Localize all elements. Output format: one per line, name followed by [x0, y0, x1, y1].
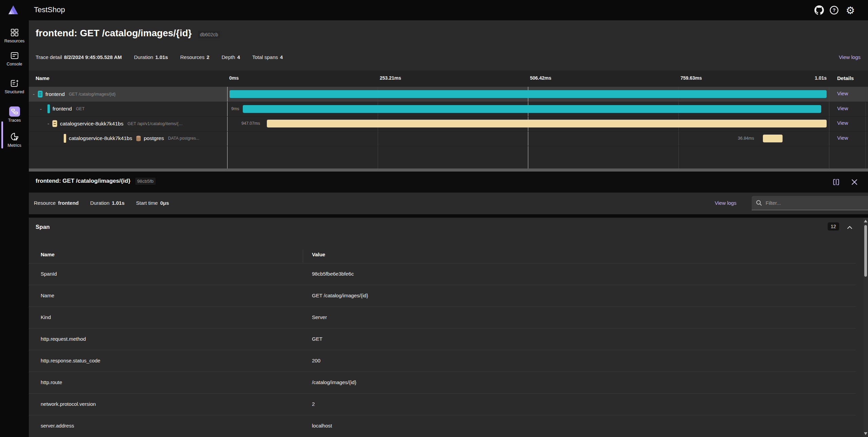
- attribute-value: Server: [312, 314, 327, 320]
- attribute-row: SpanId 98cb5fbe6e3bfe6c: [29, 263, 856, 285]
- span-sub-resource: postgres: [144, 135, 164, 141]
- view-logs-link[interactable]: View logs: [715, 200, 736, 206]
- span-duration-label: 947.07ms: [241, 121, 260, 126]
- collapse-toggle[interactable]: -: [40, 106, 45, 112]
- vertical-scrollbar[interactable]: [863, 218, 868, 437]
- resources-field: Resources2: [180, 54, 209, 60]
- filter-search-box[interactable]: [752, 196, 868, 210]
- sidebar-label: Console: [0, 62, 29, 66]
- span-duration-value: 1.01s: [112, 200, 125, 206]
- start-time-field: Start time0μs: [136, 200, 169, 206]
- duration-field: Duration1.01s: [90, 200, 124, 206]
- trace-total-spans: 4: [280, 54, 283, 60]
- sidebar-label: Resources: [0, 39, 29, 43]
- span-id-badge: 98cb5fb: [135, 178, 156, 185]
- scrollbar-down-arrow[interactable]: [864, 432, 867, 435]
- sidebar-item-structured[interactable]: Structured: [0, 79, 29, 94]
- collapse-toggle[interactable]: -: [47, 121, 52, 126]
- row-divider: [29, 146, 868, 146]
- span-metadata: Resourcefrontend Duration1.01s Start tim…: [34, 200, 169, 206]
- collapse-toggle[interactable]: -: [33, 91, 38, 97]
- span-detail-panel-header: frontend: GET /catalog/images/{id}98cb5f…: [29, 172, 868, 193]
- view-logs-link[interactable]: View logs: [839, 54, 861, 60]
- attribute-name: http.request.method: [41, 336, 86, 342]
- section-gap: [29, 214, 868, 218]
- view-span-link[interactable]: View: [837, 120, 848, 126]
- span-duration-label: 9ms: [231, 106, 239, 111]
- scrollbar-thumb[interactable]: [864, 225, 867, 277]
- span-resource-name: catalogservice-8ukk7k41bs: [60, 121, 123, 127]
- attribute-value: GET /catalog/images/{id}: [312, 293, 368, 298]
- attribute-value: localhost: [312, 423, 332, 429]
- github-icon[interactable]: [814, 5, 825, 16]
- span-timeline-cell: [227, 87, 829, 102]
- details-cell: View: [829, 102, 868, 117]
- view-span-link[interactable]: View: [837, 91, 848, 96]
- duration-field: Duration1.01s: [134, 54, 168, 60]
- span-resource-name: catalogservice-8ukk7k41bs: [69, 135, 132, 141]
- sidebar-item-metrics[interactable]: Metrics: [0, 132, 29, 148]
- server-span-icon: [52, 120, 57, 127]
- span-annotation: GET /api/v1/catalog/items/{catal...: [127, 121, 183, 126]
- span-attributes-section: Span 12 Name Value SpanId 98cb5fbe6e3bfe…: [29, 218, 868, 437]
- span-resource-name: frontend: [45, 91, 65, 97]
- console-icon: [0, 51, 29, 60]
- details-column-header: Details: [837, 75, 854, 81]
- total-spans-field: Total spans4: [252, 54, 283, 60]
- column-divider: [303, 250, 303, 262]
- span-bar[interactable]: [267, 120, 827, 127]
- attribute-name: network.protocol.version: [41, 401, 96, 407]
- span-bar[interactable]: [230, 90, 827, 98]
- name-column-header: Name: [36, 75, 50, 81]
- span-bar[interactable]: [763, 135, 783, 142]
- attribute-name: server.address: [41, 423, 74, 429]
- top-bar: TestShop ? ⚙: [0, 0, 868, 20]
- attribute-name: Name: [41, 293, 54, 298]
- span-detail-info-row: Resourcefrontend Duration1.01s Start tim…: [29, 193, 868, 214]
- view-span-link[interactable]: View: [837, 135, 848, 141]
- help-icon[interactable]: ?: [829, 5, 840, 16]
- span-section-title: Span: [36, 224, 50, 231]
- app-title: TestShop: [34, 5, 65, 14]
- view-span-link[interactable]: View: [837, 105, 848, 111]
- attribute-value: /catalog/images/{id}: [312, 379, 356, 385]
- settings-gear-icon[interactable]: ⚙: [845, 5, 856, 16]
- trace-depth: 4: [237, 54, 240, 60]
- scrollbar-up-arrow[interactable]: [864, 220, 867, 222]
- span-row-catalogservice-api[interactable]: - catalogservice-8ukk7k41bs GET /api/v1/…: [29, 116, 868, 131]
- attribute-row: http.route /catalog/images/{id}: [29, 372, 856, 393]
- span-row-catalogservice-postgres[interactable]: catalogservice-8ukk7k41bs postgres DATA …: [29, 131, 868, 146]
- span-detail-title: frontend: GET /catalog/images/{id}98cb5f…: [36, 178, 156, 184]
- attribute-value: 200: [312, 358, 320, 363]
- server-span-icon: [38, 91, 43, 98]
- span-bar[interactable]: [243, 105, 821, 113]
- collapse-section-chevron-icon[interactable]: [845, 223, 854, 232]
- span-name-cell: catalogservice-8ukk7k41bs postgres DATA …: [29, 131, 227, 146]
- span-resource-name: frontend: [53, 106, 72, 112]
- panel-resize-splitter[interactable]: [29, 168, 868, 172]
- traces-icon: [9, 106, 20, 117]
- span-row-frontend-images[interactable]: - frontend GET /catalog/images/{id} View: [29, 87, 868, 102]
- search-icon: [756, 200, 762, 206]
- span-row-frontend-get[interactable]: - frontend GET 9ms View: [29, 102, 868, 117]
- split-view-icon[interactable]: [831, 177, 842, 187]
- trace-duration: 1.01s: [155, 54, 168, 60]
- attribute-name: http.route: [41, 379, 62, 385]
- span-annotation: GET: [76, 106, 85, 111]
- tick-end: 1.01s: [804, 75, 827, 81]
- span-name-cell: - catalogservice-8ukk7k41bs GET /api/v1/…: [29, 116, 227, 131]
- sidebar: Resources Console Structured Tra: [0, 20, 29, 437]
- sidebar-item-resources[interactable]: Resources: [0, 28, 29, 43]
- sidebar-item-console[interactable]: Console: [0, 51, 29, 66]
- attribute-value: GET: [312, 336, 322, 342]
- sidebar-item-traces[interactable]: Traces: [0, 106, 29, 123]
- attribute-row: Kind Server: [29, 306, 856, 328]
- tick-0ms: 0ms: [229, 75, 239, 81]
- span-resource-value: frontend: [58, 200, 79, 206]
- span-attribute-count-badge: 12: [828, 222, 839, 231]
- attribute-row: Name GET /catalog/images/{id}: [29, 285, 856, 306]
- close-panel-icon[interactable]: [849, 177, 860, 187]
- trace-timestamp: 8/2/2024 9:45:05.528 AM: [64, 54, 122, 60]
- filter-input[interactable]: [766, 200, 868, 206]
- attribute-name: Kind: [41, 314, 51, 320]
